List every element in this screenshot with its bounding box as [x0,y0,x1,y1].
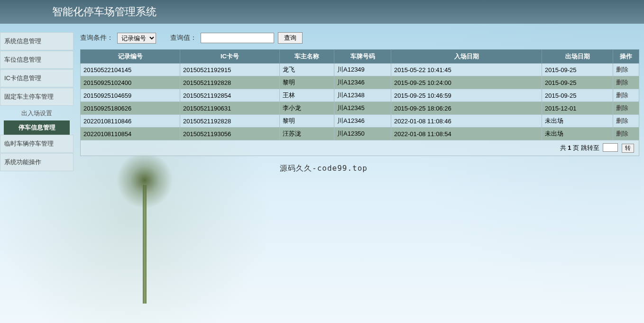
table-cell: 20150521192828 [180,76,280,89]
table-cell: 未出场 [542,128,613,140]
query-value-label: 查询值： [170,34,197,42]
table-cell: 2022-01-08 11:08:46 [391,115,542,128]
table-cell: 20150522104145 [81,64,180,76]
table-cell: 20150521192828 [180,115,280,128]
query-condition-label: 查询条件： [80,34,113,42]
col-plate-number: 车牌号码 [334,50,391,64]
table-cell: 2015-05-22 10:41:45 [391,64,542,76]
table-cell: 汪苏泷 [280,128,334,140]
sidebar-item-parking-space[interactable]: 车位信息管理 [0,51,74,69]
table-cell-op: 删除 [613,102,639,115]
table-cell: 川A12346 [334,76,391,89]
table-cell: 黎明 [280,76,334,89]
sidebar-item-system-info[interactable]: 系统信息管理 [0,32,74,50]
table-cell: 2015-09-25 [542,64,613,76]
table-cell: 2015-09-25 10:24:00 [391,76,542,89]
sidebar-submenu-entry-exit[interactable]: 出入场设置 [0,106,74,120]
sidebar: 系统信息管理 车位信息管理 IC卡信息管理 固定车主停车管理 出入场设置 停车信… [0,24,74,172]
table-cell: 川A12345 [334,102,391,115]
table-row: 2015092510240020150521192828黎明川A12346201… [81,76,639,89]
table-cell: 20220108110854 [81,128,180,140]
table-cell: 20150925180626 [81,102,180,115]
query-value-input[interactable] [201,33,274,43]
table-cell: 川A12348 [334,89,391,102]
pager-prefix: 共 [560,144,568,151]
table-cell: 龙飞 [280,64,334,76]
query-button[interactable]: 查询 [278,32,303,44]
pager-jump-button[interactable]: 转 [622,144,634,153]
sidebar-item-ic-card[interactable]: IC卡信息管理 [0,69,74,87]
table-cell: 未出场 [542,115,613,128]
table-cell: 20150925102400 [81,76,180,89]
table-cell: 2015-09-25 [542,76,613,89]
table-cell: 李小龙 [280,102,334,115]
table-cell: 川A12349 [334,64,391,76]
table-cell: 川A12350 [334,128,391,140]
table-cell: 2015-09-25 [542,89,613,102]
table-cell: 王林 [280,89,334,102]
col-record-id: 记录编号 [81,50,180,64]
col-entry-date: 入场日期 [391,50,542,64]
col-owner-name: 车主名称 [280,50,334,64]
table-row: 2015052210414520150521192915龙飞川A12349201… [81,64,639,76]
sidebar-item-fixed-owner[interactable]: 固定车主停车管理 [0,88,74,106]
table-cell-op: 删除 [613,76,639,89]
table-cell: 20150521190631 [180,102,280,115]
col-operation: 操作 [613,50,639,64]
table-cell: 20220108110846 [81,115,180,128]
col-ic-card: IC卡号 [180,50,280,64]
col-exit-date: 出场日期 [542,50,613,64]
table-cell: 20150521193056 [180,128,280,140]
sidebar-item-system-ops[interactable]: 系统功能操作 [0,153,74,171]
table-cell-op: 删除 [613,64,639,76]
table-cell: 20150521192854 [180,89,280,102]
table-row: 2015092518062620150521190631李小龙川A1234520… [81,102,639,115]
table-cell: 20150925104659 [81,89,180,102]
parking-records-table: 记录编号 IC卡号 车主名称 车牌号码 入场日期 出场日期 操作 2015052… [80,49,639,140]
delete-link[interactable]: 删除 [616,104,628,111]
table-cell: 川A12346 [334,115,391,128]
dandelion-decoration [116,161,173,304]
content-area: 查询条件： 记录编号 查询值： 查询 记录编号 IC卡号 车主名称 车牌号码 入… [74,24,644,172]
pager-suffix: 页 跳转至 [571,144,599,151]
table-cell: 2015-09-25 18:06:26 [391,102,542,115]
app-title: 智能化停车场管理系统 [52,5,156,19]
table-row: 2015092510465920150521192854王林川A12348201… [81,89,639,102]
query-condition-select[interactable]: 记录编号 [117,33,156,44]
watermark-text: 源码久久-code99.top [280,164,368,174]
table-cell: 2015-09-25 10:46:59 [391,89,542,102]
pager-total: 1 [568,144,571,151]
delete-link[interactable]: 删除 [616,66,628,73]
delete-link[interactable]: 删除 [616,92,628,99]
table-cell: 20150521192915 [180,64,280,76]
pager-jump-input[interactable] [603,143,618,152]
sidebar-submenu-parking-info[interactable]: 停车信息管理 [4,120,70,135]
table-cell-op: 删除 [613,128,639,140]
table-cell-op: 删除 [613,115,639,128]
app-header: 智能化停车场管理系统 [0,0,644,24]
delete-link[interactable]: 删除 [616,130,628,137]
table-row: 2022010811085420150521193056汪苏泷川A1235020… [81,128,639,140]
delete-link[interactable]: 删除 [616,117,628,124]
table-cell-op: 删除 [613,89,639,102]
pagination-bar: 共 1 页 跳转至 转 [80,140,639,156]
query-bar: 查询条件： 记录编号 查询值： 查询 [80,32,639,44]
table-row: 2022010811084620150521192828黎明川A12346202… [81,115,639,128]
table-cell: 2022-01-08 11:08:54 [391,128,542,140]
delete-link[interactable]: 删除 [616,79,628,86]
table-cell: 2015-12-01 [542,102,613,115]
sidebar-item-temp-vehicle[interactable]: 临时车辆停车管理 [0,135,74,153]
table-cell: 黎明 [280,115,334,128]
